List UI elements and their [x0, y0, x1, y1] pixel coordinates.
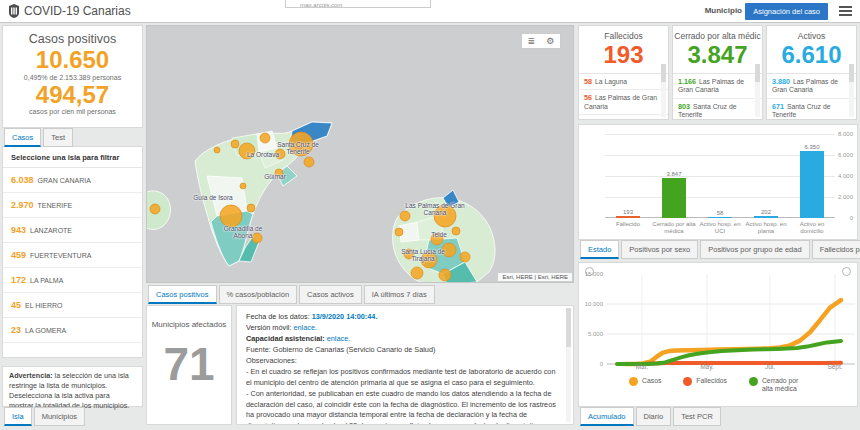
legend-icon[interactable]: ≣: [528, 37, 536, 46]
legend-item[interactable]: Casos: [629, 377, 661, 393]
header: COVID-19 Canarias map.arcgis.com Municip…: [0, 0, 860, 23]
date-label: Fecha de los datos:: [246, 312, 310, 321]
line-series-casos: [625, 300, 841, 364]
stat-card-list: 58La Laguna56Las Palmas de Gran Canaria5…: [579, 73, 668, 120]
tab-ia-7-dias[interactable]: IA últimos 7 días: [364, 285, 435, 304]
map-layer-tabs: Casos positivos % casos/población Casos …: [148, 285, 435, 304]
island-row[interactable]: 45EL HIERRO: [3, 293, 142, 318]
island-count: 943: [11, 225, 26, 235]
stat-card-row: 1.166Las Palmas de Gran Canaria: [673, 74, 762, 99]
positive-cases-title: Casos positivos: [3, 32, 142, 46]
tab-test-pcr[interactable]: Test PCR: [673, 407, 721, 426]
tab-municipios[interactable]: Municipios: [34, 407, 85, 426]
tab-positivos-edad[interactable]: Positivos por grupo de edad: [700, 240, 809, 259]
bar-category-label: Cerrado por alta médica: [651, 221, 697, 235]
positive-cases-rate-label: casos por cien mil personas: [3, 108, 142, 115]
island-count: 459: [11, 250, 26, 260]
tab-fallecidos-edad-sexo[interactable]: Fallecidos por edad y sexo: [812, 240, 860, 259]
island-row[interactable]: 2.970TENERIFE: [3, 193, 142, 218]
bar: [708, 217, 732, 218]
island-name: LANZAROTE: [30, 227, 72, 234]
island-name: EL HIERRO: [25, 302, 62, 309]
island-row[interactable]: 23LA GOMERA: [3, 318, 142, 343]
legend-label: Casos: [642, 377, 661, 385]
stat-card-row: 56Las Palmas de Gran Canaria: [579, 90, 668, 115]
tab-estado[interactable]: Estado: [580, 240, 619, 259]
municipio-label[interactable]: Municipio: [705, 6, 742, 15]
menu-icon[interactable]: [839, 6, 852, 17]
cumulative-line-chart-card: 15.000 10.000 5.000 0 Mar.May.Jul.Sept. …: [578, 262, 858, 407]
stat-card-value: 6.610: [767, 41, 856, 70]
status-bar-chart-card: 8.000 6.000 4.000 2.000 0 1933.847582026…: [578, 124, 858, 240]
observations-label: Observaciones:: [246, 356, 559, 367]
bar-category-label: Activo hosp. en UCI: [697, 221, 743, 235]
bar-category-label: Activo en domicilio: [789, 221, 835, 235]
stat-card-list: 3.880Las Palmas de Gran Canaria671Santa …: [767, 73, 856, 120]
bar-chart-tabs: Estado Positivos por sexo Positivos por …: [580, 240, 860, 259]
stat-card: Cerrado por alta médic3.8471.166Las Palm…: [672, 25, 763, 120]
line-x-tick: Mar.: [636, 363, 649, 370]
stat-card-title: Activos: [767, 31, 856, 41]
island-row[interactable]: 6.038GRAN CANARIA: [3, 168, 142, 193]
settings-gear-icon[interactable]: ⚙: [546, 37, 554, 46]
island-name: GRAN CANARIA: [38, 177, 91, 184]
stat-card-scrollbar[interactable]: [849, 64, 854, 117]
capacity-label: Capacidad asistencial:: [246, 334, 325, 343]
island-row[interactable]: 943LANZAROTE: [3, 218, 142, 243]
legend-label: Cerrado por alta médica: [762, 377, 807, 393]
tab-casos-poblacion[interactable]: % casos/población: [219, 285, 298, 304]
map-islands-graphic: [147, 26, 574, 283]
stat-card-scrollbar[interactable]: [755, 64, 760, 117]
bar-column[interactable]: 193: [605, 134, 651, 218]
positive-cases-card: Casos positivos 10.650 0,495% de 2.153.3…: [2, 25, 143, 128]
map-canvas[interactable]: La OrotavaSanta Cruz de TenerifeGüímarGu…: [146, 25, 574, 283]
island-row[interactable]: 172LA PALMA: [3, 268, 142, 293]
capacity-link[interactable]: enlace.: [327, 334, 351, 343]
island-row[interactable]: 459FUERTEVENTURA: [3, 243, 142, 268]
bar-column[interactable]: 6.350: [789, 134, 835, 218]
bar-columns: 1933.847582026.350: [605, 134, 835, 218]
island-count: 2.970: [11, 200, 34, 210]
observations-list: - En el cuadro se reflejan los positivos…: [246, 367, 559, 425]
tab-casos-positivos[interactable]: Casos positivos: [148, 285, 217, 304]
island-list: 6.038GRAN CANARIA2.970TENERIFE943LANZARO…: [3, 168, 142, 343]
map-attribution: Esri, HERE | Esri, HERE: [498, 273, 572, 281]
stat-card: Activos6.6103.880Las Palmas de Gran Cana…: [766, 25, 857, 120]
mobile-link[interactable]: enlace.: [293, 323, 317, 332]
tab-casos-activos[interactable]: Casos activos: [299, 285, 362, 304]
bar: [754, 216, 778, 218]
bar: [662, 178, 686, 218]
bar-column[interactable]: 202: [743, 134, 789, 218]
warning-card: Advertencia: la selección de una isla re…: [2, 366, 143, 407]
stat-card-scrollbar[interactable]: [661, 64, 666, 117]
tab-test[interactable]: Test: [43, 128, 73, 147]
bar: [616, 216, 640, 218]
info-scrollbar[interactable]: [566, 308, 571, 422]
island-filter-card: Seleccione una isla para filtrar 6.038GR…: [2, 146, 143, 358]
date-value: 13/9/2020 14:00:44.: [312, 312, 378, 321]
assign-case-button[interactable]: Asignación del caso: [745, 3, 828, 20]
tab-acumulado[interactable]: Acumulado: [580, 407, 634, 426]
info-panel: Fecha de los datos: 13/9/2020 14:00:44. …: [236, 305, 574, 425]
affected-title: Municipios afectados: [147, 320, 231, 329]
legend-dot-icon: [749, 377, 758, 386]
island-count: 45: [11, 300, 21, 310]
line-x-tick: May.: [700, 363, 714, 370]
positive-cases-total: 10.650: [3, 46, 142, 74]
island-count: 6.038: [11, 175, 34, 185]
tab-casos[interactable]: Casos: [4, 128, 41, 147]
legend-item[interactable]: Fallecidos: [683, 377, 727, 393]
bar-value-label: 193: [623, 209, 633, 215]
search-box-partial[interactable]: map.arcgis.com: [285, 0, 431, 8]
warning-bold: Advertencia:: [9, 371, 53, 380]
bar-column[interactable]: 3.847: [651, 134, 697, 218]
tab-diario[interactable]: Diario: [636, 407, 672, 426]
mobile-label: Versión móvil:: [246, 323, 291, 332]
legend-item[interactable]: Cerrado por alta médica: [749, 377, 807, 393]
bar-category-label: Fallecido: [605, 221, 651, 235]
tab-positivos-sexo[interactable]: Positivos por sexo: [621, 240, 698, 259]
tab-isla[interactable]: Isla: [4, 407, 32, 426]
line-chart-tabs: Acumulado Diario Test PCR: [580, 407, 721, 426]
bar-column[interactable]: 58: [697, 134, 743, 218]
bar-category-label: Activo hosp. en planta: [743, 221, 789, 235]
